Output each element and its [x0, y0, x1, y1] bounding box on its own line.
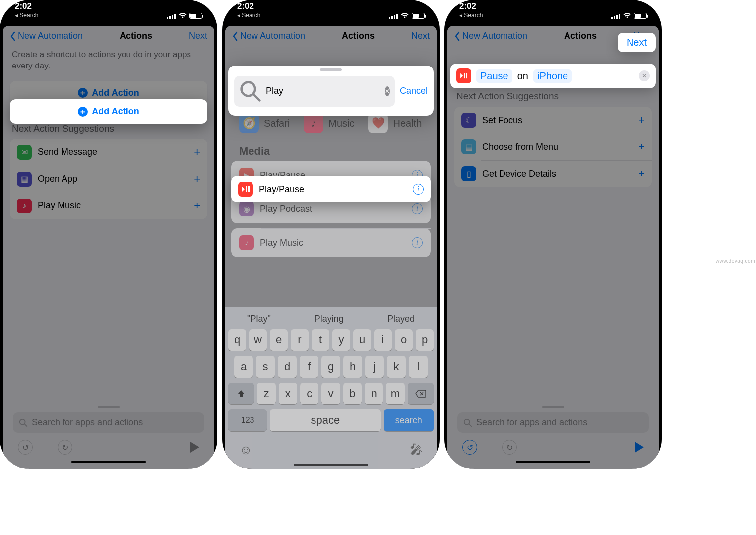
- suggestion-send-message[interactable]: ✉︎ Send Message +: [10, 139, 207, 166]
- keyboard-suggestions[interactable]: "Play" Playing Played: [225, 310, 437, 329]
- key-123[interactable]: 123: [228, 409, 267, 431]
- search-icon: [239, 80, 262, 103]
- search-field[interactable]: Search for apps and actions: [13, 412, 204, 433]
- key-r[interactable]: r: [291, 329, 309, 351]
- undo-button[interactable]: ↺: [18, 440, 33, 455]
- key-c[interactable]: c: [300, 383, 318, 404]
- music-icon: ♪: [304, 113, 323, 133]
- result-play-pause-highlight[interactable]: Play/Pause i: [231, 176, 431, 202]
- key-space[interactable]: space: [270, 409, 380, 431]
- home-indicator[interactable]: [516, 461, 590, 463]
- key-i[interactable]: i: [374, 329, 392, 351]
- key-m[interactable]: m: [386, 383, 404, 404]
- key-search[interactable]: search: [384, 409, 434, 431]
- add-icon[interactable]: +: [638, 140, 645, 153]
- remove-action-icon[interactable]: ✕: [639, 70, 650, 81]
- keyboard[interactable]: "Play" Playing Played qwertyuiop asdfghj…: [225, 307, 437, 469]
- section-media: Media: [231, 140, 431, 161]
- music-note-icon: ♪: [239, 235, 254, 250]
- back-button[interactable]: New Automation: [10, 31, 83, 41]
- key-p[interactable]: p: [416, 329, 434, 351]
- result-row[interactable]: ♪ Play Music i: [231, 228, 431, 257]
- key-l[interactable]: l: [409, 356, 428, 378]
- key-f[interactable]: f: [300, 356, 318, 378]
- search-sheet: ✕ Cancel: [228, 66, 434, 116]
- next-button[interactable]: Next: [189, 31, 207, 41]
- breadcrumb-back[interactable]: ◂ Search: [237, 12, 260, 19]
- status-icons: [611, 13, 647, 19]
- search-field[interactable]: Search for apps and actions: [457, 412, 649, 433]
- category-music[interactable]: ♪Music: [304, 113, 354, 133]
- suggestion-open-app[interactable]: ▦ Open App +: [10, 166, 207, 193]
- menu-icon: ▤: [461, 139, 476, 154]
- cell-signal-icon: [611, 13, 620, 19]
- sheet-grabber[interactable]: [98, 406, 120, 408]
- key-delete[interactable]: [408, 383, 434, 404]
- redo-button[interactable]: ↻: [58, 440, 72, 455]
- breadcrumb-back[interactable]: ◂ Search: [459, 12, 483, 19]
- undo-button[interactable]: ↺: [462, 440, 477, 455]
- breadcrumb-back[interactable]: ◂ Search: [15, 12, 38, 19]
- suggestion-set-focus[interactable]: ☾ Set Focus +: [454, 107, 652, 134]
- next-button[interactable]: Next: [411, 31, 430, 41]
- category-health[interactable]: ❤️Health: [368, 113, 422, 133]
- search-input[interactable]: ✕: [234, 76, 395, 107]
- add-icon[interactable]: +: [194, 173, 200, 186]
- suggestion-device-details[interactable]: ▯ Get Device Details +: [454, 160, 652, 187]
- home-indicator[interactable]: [71, 461, 146, 463]
- key-e[interactable]: e: [270, 329, 288, 351]
- search-text[interactable]: [266, 86, 381, 96]
- back-button[interactable]: New Automation: [232, 31, 305, 41]
- action-token[interactable]: Pause: [476, 69, 512, 83]
- key-z[interactable]: z: [257, 383, 275, 404]
- key-h[interactable]: h: [343, 356, 362, 378]
- info-icon[interactable]: i: [412, 203, 423, 214]
- add-icon[interactable]: +: [194, 146, 200, 159]
- add-icon[interactable]: +: [638, 114, 645, 127]
- sheet-grabber[interactable]: [542, 406, 564, 408]
- dictation-button[interactable]: 🎤︎: [410, 442, 423, 458]
- key-q[interactable]: q: [228, 329, 246, 351]
- clear-search-icon[interactable]: ✕: [385, 86, 390, 96]
- key-g[interactable]: g: [321, 356, 340, 378]
- key-j[interactable]: j: [365, 356, 384, 378]
- key-s[interactable]: s: [256, 356, 275, 378]
- key-v[interactable]: v: [321, 383, 340, 404]
- redo-button[interactable]: ↻: [502, 440, 517, 455]
- add-icon[interactable]: +: [638, 167, 645, 180]
- home-indicator[interactable]: [294, 464, 368, 466]
- bottom-dock: Search for apps and actions ↺ ↻: [450, 398, 656, 469]
- action-pause-card[interactable]: Pause on iPhone ✕: [450, 64, 656, 88]
- emoji-button[interactable]: ☺: [239, 442, 252, 458]
- key-n[interactable]: n: [365, 383, 383, 404]
- next-button-highlight[interactable]: Next: [618, 33, 656, 52]
- cell-signal-icon: [389, 13, 398, 19]
- key-a[interactable]: a: [234, 356, 253, 378]
- run-button[interactable]: [190, 442, 199, 453]
- key-shift[interactable]: [228, 383, 254, 404]
- suggestion-play-music[interactable]: ♪ Play Music +: [10, 193, 207, 219]
- key-y[interactable]: y: [332, 329, 350, 351]
- key-d[interactable]: d: [278, 356, 297, 378]
- back-button[interactable]: New Automation: [454, 31, 527, 41]
- key-k[interactable]: k: [387, 356, 406, 378]
- add-icon[interactable]: +: [194, 200, 200, 212]
- add-action-button-highlight[interactable]: ＋ Add Action: [10, 99, 207, 124]
- status-bar: 2:02 ◂ Search: [222, 0, 440, 20]
- info-icon[interactable]: i: [412, 237, 423, 248]
- key-x[interactable]: x: [279, 383, 297, 404]
- category-safari[interactable]: 🧭Safari: [239, 113, 290, 133]
- device-icon: ▯: [461, 166, 476, 181]
- status-time: 2:02: [237, 2, 260, 11]
- run-button[interactable]: [635, 442, 644, 453]
- key-w[interactable]: w: [249, 329, 267, 351]
- key-o[interactable]: o: [395, 329, 413, 351]
- key-u[interactable]: u: [353, 329, 371, 351]
- message-icon: ✉︎: [17, 145, 32, 160]
- key-b[interactable]: b: [343, 383, 362, 404]
- info-icon[interactable]: i: [413, 184, 424, 195]
- cancel-button[interactable]: Cancel: [400, 86, 428, 96]
- device-token[interactable]: iPhone: [533, 69, 572, 83]
- key-t[interactable]: t: [312, 329, 329, 351]
- suggestion-choose-menu[interactable]: ▤ Choose from Menu +: [454, 134, 652, 160]
